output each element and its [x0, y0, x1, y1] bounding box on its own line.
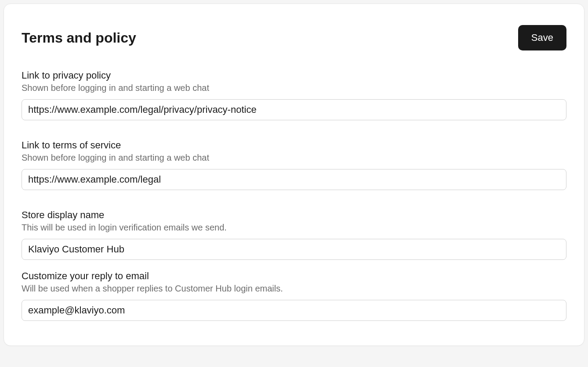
store-display-name-help: This will be used in login verification …	[22, 223, 566, 233]
terms-and-policy-card: Terms and policy Save Link to privacy po…	[4, 4, 584, 346]
reply-to-email-field-group: Customize your reply to email Will be us…	[22, 270, 566, 321]
terms-of-service-label: Link to terms of service	[22, 140, 566, 151]
reply-to-email-input[interactable]	[22, 300, 566, 321]
reply-to-email-label: Customize your reply to email	[22, 270, 566, 282]
store-display-name-field-group: Store display name This will be used in …	[22, 209, 566, 260]
reply-to-email-help: Will be used when a shopper replies to C…	[22, 284, 566, 294]
terms-of-service-field-group: Link to terms of service Shown before lo…	[22, 140, 566, 190]
privacy-policy-help: Shown before logging in and starting a w…	[22, 83, 566, 93]
privacy-policy-label: Link to privacy policy	[22, 70, 566, 81]
card-title: Terms and policy	[22, 30, 136, 46]
privacy-policy-input[interactable]	[22, 99, 566, 120]
terms-of-service-input[interactable]	[22, 169, 566, 190]
save-button[interactable]: Save	[518, 25, 566, 50]
terms-of-service-help: Shown before logging in and starting a w…	[22, 153, 566, 163]
card-header: Terms and policy Save	[22, 25, 566, 50]
privacy-policy-field-group: Link to privacy policy Shown before logg…	[22, 70, 566, 120]
store-display-name-input[interactable]	[22, 239, 566, 260]
store-display-name-label: Store display name	[22, 209, 566, 221]
